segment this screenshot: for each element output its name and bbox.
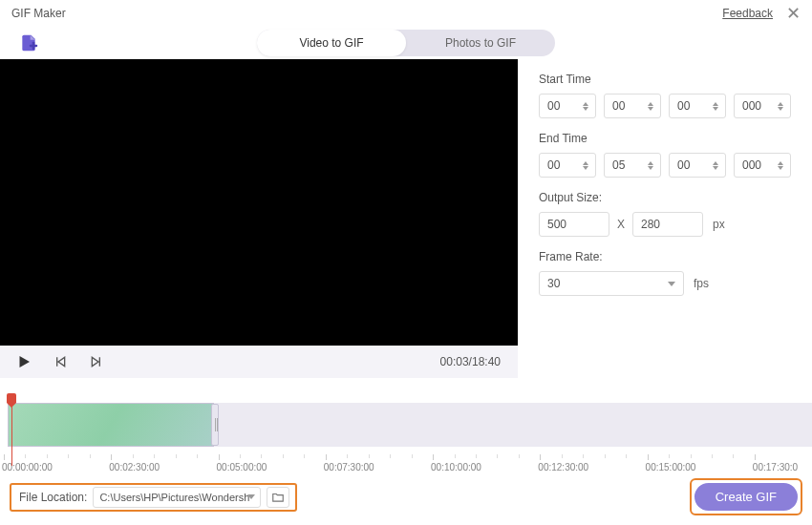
frame-rate-label: Frame Rate: xyxy=(539,250,795,263)
playback-timecode: 00:03/18:40 xyxy=(440,355,501,368)
timeline[interactable]: 00:00:00:0000:02:30:0000:05:00:0000:07:3… xyxy=(0,378,812,477)
stepper-up-icon[interactable] xyxy=(648,161,653,165)
end-time-label: End Time xyxy=(539,132,795,145)
tab-photos-to-gif[interactable]: Photos to GIF xyxy=(406,30,555,56)
timeline-ruler: 00:00:00:0000:02:30:0000:05:00:0000:07:3… xyxy=(4,454,812,477)
stepper-up-icon[interactable] xyxy=(778,161,783,165)
window-title: GIF Maker xyxy=(11,7,66,20)
ruler-tick-label: 00:10:00:00 xyxy=(431,462,481,472)
create-gif-button[interactable]: Create GIF xyxy=(694,483,798,511)
stepper-up-icon[interactable] xyxy=(583,102,588,106)
end-ms-stepper[interactable] xyxy=(734,153,791,178)
stepper-up-icon[interactable] xyxy=(713,102,718,106)
ruler-tick-label: 00:00:00:00 xyxy=(2,462,53,472)
start-minutes-stepper[interactable] xyxy=(604,94,661,118)
play-button[interactable] xyxy=(13,351,34,372)
browse-folder-button[interactable] xyxy=(267,487,289,508)
playhead[interactable] xyxy=(7,393,16,403)
timeline-track[interactable] xyxy=(8,403,812,447)
start-ms-stepper[interactable] xyxy=(734,94,791,118)
fps-unit: fps xyxy=(694,277,709,290)
ruler-tick-label: 00:17:30:0 xyxy=(753,462,798,472)
stepper-down-icon[interactable] xyxy=(778,107,783,111)
mode-switch: Video to GIF Photos to GIF xyxy=(257,30,555,56)
ruler-tick-label: 00:05:00:00 xyxy=(217,462,267,472)
dimension-separator: X xyxy=(617,218,625,231)
end-seconds-stepper[interactable] xyxy=(669,153,726,178)
svg-rect-1 xyxy=(32,42,35,50)
close-icon[interactable]: ✕ xyxy=(786,5,801,22)
file-location-group: File Location: C:\Users\HP\Pictures\Wond… xyxy=(10,483,297,512)
stepper-up-icon[interactable] xyxy=(648,102,653,106)
tab-video-to-gif[interactable]: Video to GIF xyxy=(257,30,406,56)
clip-trim-handle[interactable] xyxy=(211,404,219,446)
stepper-down-icon[interactable] xyxy=(713,166,718,170)
playback-controls: 00:03/18:40 xyxy=(0,346,518,378)
chevron-down-icon xyxy=(247,494,255,499)
file-location-label: File Location: xyxy=(19,491,87,504)
stepper-up-icon[interactable] xyxy=(583,161,588,165)
ruler-tick-label: 00:12:30:00 xyxy=(538,462,588,472)
frame-rate-select[interactable]: 30 xyxy=(539,271,684,296)
px-unit: px xyxy=(713,218,725,231)
ruler-tick-label: 00:07:30:00 xyxy=(324,462,374,472)
add-media-icon[interactable] xyxy=(19,33,38,52)
file-location-select[interactable]: C:\Users\HP\Pictures\Wondersh xyxy=(93,487,261,508)
start-time-label: Start Time xyxy=(539,73,795,86)
previous-frame-button[interactable] xyxy=(50,351,71,372)
stepper-up-icon[interactable] xyxy=(778,102,783,106)
timeline-clip[interactable] xyxy=(8,403,214,447)
end-minutes-stepper[interactable] xyxy=(604,153,661,178)
stepper-down-icon[interactable] xyxy=(583,166,588,170)
stepper-down-icon[interactable] xyxy=(778,166,783,170)
stepper-down-icon[interactable] xyxy=(583,107,588,111)
start-seconds-stepper[interactable] xyxy=(669,94,726,118)
chevron-down-icon xyxy=(668,282,675,286)
ruler-tick-label: 00:15:00:00 xyxy=(646,462,696,472)
output-size-label: Output Size: xyxy=(539,191,795,204)
stepper-up-icon[interactable] xyxy=(713,161,718,165)
start-hours-stepper[interactable] xyxy=(539,94,596,118)
frame-rate-value: 30 xyxy=(547,277,560,290)
file-location-path: C:\Users\HP\Pictures\Wondersh xyxy=(99,492,249,503)
stepper-down-icon[interactable] xyxy=(648,166,653,170)
next-frame-button[interactable] xyxy=(86,351,107,372)
output-height-input[interactable] xyxy=(632,212,703,237)
end-hours-stepper[interactable] xyxy=(539,153,596,178)
feedback-link[interactable]: Feedback xyxy=(722,7,773,20)
output-width-input[interactable] xyxy=(539,212,609,237)
ruler-tick-label: 00:02:30:00 xyxy=(109,462,160,472)
stepper-down-icon[interactable] xyxy=(648,107,653,111)
video-preview xyxy=(0,59,518,346)
stepper-down-icon[interactable] xyxy=(713,107,718,111)
